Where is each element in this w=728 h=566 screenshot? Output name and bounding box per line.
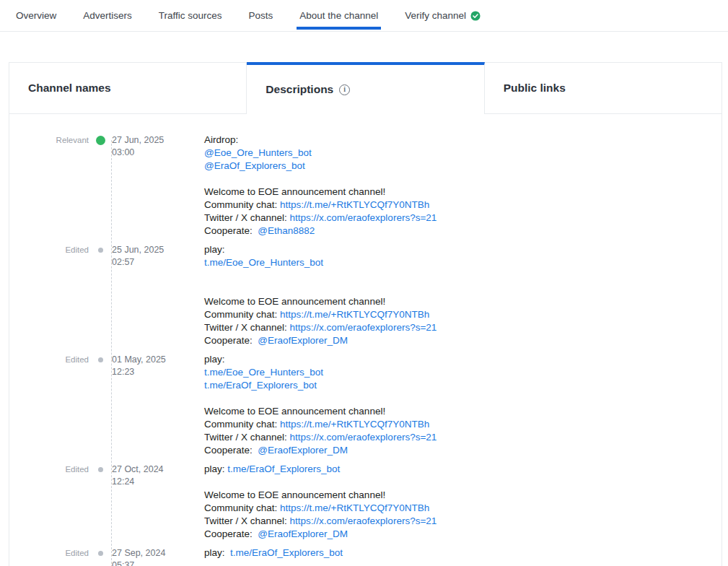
entry-date: 27 Sep, 2024 [112, 547, 204, 560]
entry-time: 02:57 [112, 256, 204, 269]
description-line: Welcome to EOE announcement channel! [204, 405, 722, 418]
descriptions-timeline: Relevant 27 Jun, 2025 03:00 Airdrop:@Eoe… [9, 134, 722, 566]
description-text-segment: Cooperate: [204, 528, 258, 539]
description-line: @EraOf_Explorers_bot [204, 160, 722, 173]
timeline-entry: Edited 27 Oct, 2024 12:24 play: t.me/Era… [9, 463, 722, 547]
description-text-segment: Community chat: [204, 199, 280, 210]
top-nav-item-posts[interactable]: Posts [249, 0, 273, 31]
description-line [204, 282, 722, 295]
description-line: Community chat: https://t.me/+RtKTLYCQf7… [204, 502, 722, 515]
top-nav-item-about-the-channel[interactable]: About the channel [299, 0, 378, 31]
description-line: play: [204, 243, 722, 256]
top-nav-item-label: Traffic sources [159, 10, 222, 21]
top-nav-item-verify-channel[interactable]: Verify channel [405, 0, 481, 31]
timeline-dot-column [89, 547, 112, 556]
description-line: Twitter / X channel: https://x.com/eraof… [204, 321, 722, 334]
description-link[interactable]: t.me/EraOf_Explorers_bot [227, 463, 340, 474]
entry-status-label: Edited [27, 463, 89, 474]
entry-datetime: 27 Sep, 2024 05:37 [112, 547, 204, 566]
description-line: Cooperate: @EraofExplorer_DM [204, 334, 722, 347]
description-text-segment: Welcome to EOE announcement channel! [204, 489, 385, 500]
description-line: Twitter / X channel: https://x.com/eraof… [204, 212, 722, 225]
tab-label: Public links [504, 82, 566, 95]
timeline-entry: Edited 27 Sep, 2024 05:37 play: t.me/Era… [9, 547, 722, 566]
description-text-segment: Twitter / X channel: [204, 432, 290, 443]
description-text-segment: play: [204, 547, 230, 558]
timeline-dot [98, 551, 103, 556]
description-line: Community chat: https://t.me/+RtKTLYCQf7… [204, 418, 722, 431]
description-text: play: t.me/EraOf_Explorers_bot [204, 547, 722, 560]
description-link[interactable]: https://t.me/+RtKTLYCQf7Y0NTBh [280, 199, 429, 210]
description-link[interactable]: @EraofExplorer_DM [258, 445, 348, 456]
description-line: t.me/Eoe_Ore_Hunters_bot [204, 256, 722, 269]
description-link[interactable]: https://t.me/+RtKTLYCQf7Y0NTBh [280, 309, 429, 320]
timeline-dot-column [89, 243, 112, 253]
top-nav-item-label: Posts [249, 10, 273, 21]
timeline-dot [98, 357, 103, 362]
description-text-segment: Airdrop: [204, 134, 238, 145]
description-link[interactable]: https://x.com/eraofexplorers?s=21 [290, 322, 437, 333]
timeline-dot [96, 136, 105, 145]
top-navigation: Overview Advertisers Traffic sources Pos… [0, 0, 728, 32]
description-line: Cooperate: @Ethan8882 [204, 225, 722, 238]
description-link[interactable]: @EraOf_Explorers_bot [204, 160, 305, 171]
tab-label: Descriptions [266, 83, 333, 96]
top-nav-item-label: Verify channel [405, 10, 466, 21]
description-text-segment: Community chat: [204, 309, 280, 320]
entry-time: 05:37 [112, 560, 204, 566]
tab-descriptions[interactable]: Descriptions [247, 62, 484, 114]
timeline-entry: Edited 25 Jun, 2025 02:57 play:t.me/Eoe_… [9, 243, 722, 353]
description-line: play: [204, 353, 722, 366]
description-link[interactable]: https://x.com/eraofexplorers?s=21 [290, 432, 437, 443]
entry-datetime: 27 Jun, 2025 03:00 [112, 134, 204, 159]
info-icon[interactable] [339, 84, 350, 95]
entry-status-label: Edited [27, 243, 89, 254]
entry-time: 03:00 [112, 147, 204, 159]
top-nav-item-label: Advertisers [83, 10, 132, 21]
description-link[interactable]: @EraofExplorer_DM [258, 528, 348, 539]
entry-date: 27 Jun, 2025 [112, 134, 204, 147]
top-nav-item-advertisers[interactable]: Advertisers [83, 0, 132, 31]
description-text: play:t.me/Eoe_Ore_Hunters_bott.me/EraOf_… [204, 353, 722, 457]
tab-public-links[interactable]: Public links [485, 62, 722, 114]
entry-time: 12:24 [112, 476, 204, 488]
description-text-segment: Cooperate: [204, 445, 258, 456]
description-text-segment: Welcome to EOE announcement channel! [204, 186, 385, 197]
description-link[interactable]: @Eoe_Ore_Hunters_bot [204, 147, 312, 158]
description-link[interactable]: @EraofExplorer_DM [258, 335, 348, 346]
description-link[interactable]: t.me/Eoe_Ore_Hunters_bot [204, 257, 323, 268]
description-link[interactable]: t.me/EraOf_Explorers_bot [204, 380, 317, 391]
description-text-segment: play: [204, 244, 225, 255]
entry-date: 01 May, 2025 [112, 354, 204, 366]
description-line: Welcome to EOE announcement channel! [204, 489, 722, 502]
description-line [204, 173, 722, 186]
description-text-segment: Twitter / X channel: [204, 212, 290, 223]
entry-status-label: Relevant [27, 134, 89, 144]
description-link[interactable]: @Ethan8882 [258, 225, 315, 236]
description-line [204, 392, 722, 405]
entry-datetime: 27 Oct, 2024 12:24 [112, 463, 204, 488]
description-link[interactable]: https://x.com/eraofexplorers?s=21 [290, 515, 437, 526]
description-link[interactable]: https://t.me/+RtKTLYCQf7Y0NTBh [280, 419, 429, 430]
description-line: Community chat: https://t.me/+RtKTLYCQf7… [204, 308, 722, 321]
timeline-dot [98, 467, 103, 472]
top-nav-item-traffic-sources[interactable]: Traffic sources [159, 0, 222, 31]
description-line [204, 269, 722, 282]
section-tabs: Channel names Descriptions Public links [9, 62, 722, 114]
description-line: t.me/Eoe_Ore_Hunters_bot [204, 366, 722, 379]
description-link[interactable]: t.me/Eoe_Ore_Hunters_bot [204, 367, 323, 378]
description-link[interactable]: t.me/EraOf_Explorers_bot [230, 547, 343, 558]
description-text-segment: Welcome to EOE announcement channel! [204, 406, 385, 417]
entry-status-label: Edited [27, 547, 89, 557]
tab-channel-names[interactable]: Channel names [9, 62, 247, 114]
description-text-segment: Twitter / X channel: [204, 322, 290, 333]
description-text-segment: Community chat: [204, 502, 280, 513]
description-link[interactable]: https://x.com/eraofexplorers?s=21 [290, 212, 437, 223]
entry-date: 27 Oct, 2024 [112, 463, 204, 476]
verified-check-icon [470, 11, 481, 21]
description-link[interactable]: https://t.me/+RtKTLYCQf7Y0NTBh [280, 502, 429, 513]
description-text-segment: Welcome to EOE announcement channel! [204, 296, 385, 307]
entry-time: 12:23 [112, 366, 204, 378]
top-nav-item-overview[interactable]: Overview [16, 0, 56, 31]
tab-label: Channel names [28, 82, 111, 95]
